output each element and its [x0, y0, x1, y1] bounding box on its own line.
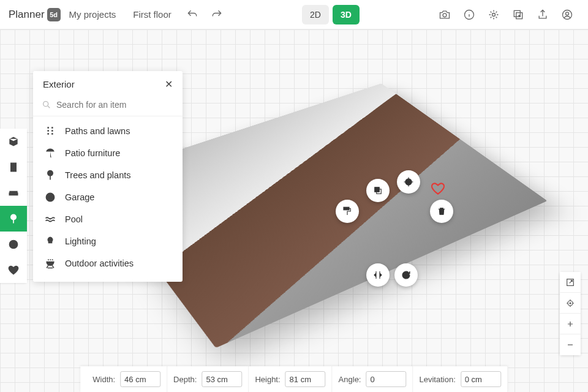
catalog-item-paths[interactable]: Paths and lawns — [33, 120, 183, 142]
snapshot-button[interactable] — [432, 2, 457, 27]
center-tool-button[interactable] — [397, 170, 420, 194]
catalog-item-label: Pool — [65, 214, 83, 224]
close-icon: ✕ — [165, 79, 173, 89]
catalog-item-pool[interactable]: Pool — [33, 208, 183, 230]
trash-icon — [436, 206, 447, 217]
catalog-close-button[interactable]: ✕ — [165, 78, 173, 90]
svg-point-22 — [570, 303, 571, 304]
copy-tool-button[interactable] — [366, 179, 390, 202]
camera-icon — [439, 9, 451, 21]
svg-point-19 — [408, 181, 410, 183]
paths-icon — [44, 125, 56, 137]
favorites-tool[interactable] — [0, 257, 27, 283]
depth-input[interactable] — [202, 371, 242, 387]
grill-icon — [44, 257, 56, 270]
info-button[interactable] — [457, 2, 481, 27]
clock-icon — [7, 238, 20, 251]
rooms-tool[interactable] — [0, 129, 27, 154]
catalog-item-label: Lighting — [65, 236, 96, 246]
search-icon — [42, 100, 51, 110]
paint-tool-button[interactable] — [336, 200, 359, 223]
levitation-field: Levitation: — [413, 366, 507, 392]
user-icon — [561, 9, 573, 21]
angle-field: Angle: — [333, 366, 413, 392]
svg-rect-15 — [344, 207, 349, 210]
svg-point-2 — [492, 13, 496, 16]
exterior-tool[interactable] — [0, 206, 27, 232]
svg-point-7 — [10, 214, 17, 221]
catalog-item-trees[interactable]: Trees and plants — [33, 164, 183, 186]
rotate-icon — [401, 270, 412, 281]
account-button[interactable] — [555, 2, 579, 27]
settings-button[interactable] — [481, 2, 506, 27]
view-controls — [560, 272, 581, 355]
recenter-button[interactable] — [560, 293, 581, 314]
app-name: Planner — [9, 9, 45, 21]
view-mode-toggle: 2D 3D — [302, 5, 360, 24]
undo-button[interactable] — [180, 2, 205, 27]
left-toolbar — [0, 129, 27, 283]
sofa-icon — [7, 187, 20, 199]
logo-badge: 5d — [47, 8, 61, 21]
svg-rect-8 — [13, 220, 14, 224]
info-icon — [463, 9, 475, 21]
width-input[interactable] — [120, 371, 160, 387]
doors-tool[interactable] — [0, 154, 27, 180]
delete-tool-button[interactable] — [430, 200, 453, 223]
catalog-item-label: Patio furniture — [65, 148, 120, 158]
zoom-in-button[interactable] — [560, 314, 581, 334]
expand-icon — [565, 277, 575, 287]
zoom-out-button[interactable] — [560, 334, 581, 355]
favorite-button[interactable] — [428, 179, 448, 200]
catalog-search[interactable] — [33, 96, 183, 116]
depth-field: Depth: — [167, 366, 249, 392]
width-field: Width: — [86, 366, 167, 392]
levitation-input[interactable] — [461, 371, 501, 387]
floor-selector[interactable]: First floor — [124, 4, 180, 24]
height-input[interactable] — [285, 371, 326, 387]
redo-icon — [211, 9, 223, 21]
undo-icon — [186, 9, 198, 21]
door-icon — [7, 161, 20, 173]
heart-broken-icon — [7, 264, 20, 276]
history-tool[interactable] — [0, 232, 27, 257]
share-button[interactable] — [530, 2, 555, 27]
catalog-item-garage[interactable]: Garage — [33, 186, 183, 208]
duplicate-icon — [512, 9, 524, 21]
catalog-item-label: Garage — [65, 192, 94, 202]
depth-label: Depth: — [173, 375, 197, 384]
steering-wheel-icon — [44, 191, 56, 203]
view-3d-button[interactable]: 3D — [333, 5, 360, 24]
svg-point-10 — [43, 102, 48, 107]
gear-icon — [488, 9, 500, 21]
app-logo[interactable]: Planner 5d — [9, 8, 61, 21]
flip-tool-button[interactable] — [366, 263, 390, 287]
svg-point-14 — [49, 196, 51, 198]
rotate-tool-button[interactable] — [394, 263, 418, 287]
search-input[interactable] — [56, 100, 174, 110]
view-2d-button[interactable]: 2D — [302, 5, 329, 24]
flip-icon — [372, 270, 383, 281]
catalog-panel: Exterior ✕ Paths and lawns Patio furnitu… — [33, 71, 183, 282]
catalog-item-patio[interactable]: Patio furniture — [33, 142, 183, 164]
tree-icon — [7, 213, 20, 225]
height-field: Height: — [249, 366, 332, 392]
catalog-item-label: Outdoor activities — [65, 258, 134, 268]
catalog-title: Exterior — [43, 79, 75, 89]
catalog-item-label: Paths and lawns — [65, 126, 130, 136]
copy-project-button[interactable] — [506, 2, 530, 27]
fullscreen-button[interactable] — [560, 272, 581, 293]
my-projects-button[interactable]: My projects — [61, 4, 125, 24]
catalog-item-outdoor[interactable]: Outdoor activities — [33, 252, 183, 274]
crosshair-icon — [403, 176, 414, 187]
svg-point-6 — [566, 12, 569, 15]
redo-button[interactable] — [205, 2, 229, 27]
heart-icon — [430, 181, 446, 197]
svg-point-0 — [443, 13, 447, 17]
cube-icon — [7, 135, 20, 148]
catalog-item-lighting[interactable]: Lighting — [33, 230, 183, 252]
angle-input[interactable] — [366, 371, 406, 387]
catalog-item-label: Trees and plants — [65, 170, 130, 180]
plus-icon — [565, 319, 575, 329]
furniture-tool[interactable] — [0, 180, 27, 206]
